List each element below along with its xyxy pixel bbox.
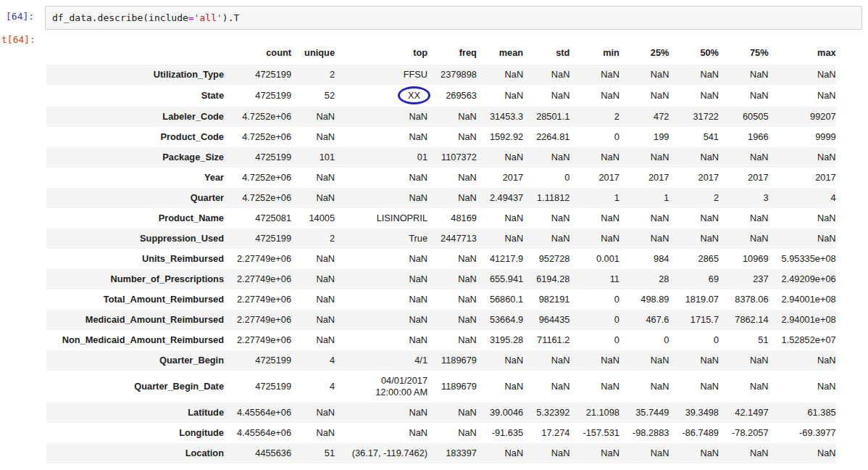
table-cell: 3195.28 [477,330,523,350]
table-cell: NaN [669,85,719,107]
table-cell: NaN [291,269,335,289]
table-cell: 4725199 [224,371,291,403]
table-cell: NaN [427,403,477,423]
table-cell: 51 [291,443,335,463]
table-cell: 4725199 [224,463,291,470]
table-cell: NaN [427,310,477,330]
table-cell: 71161.2 [523,330,569,350]
table-cell: 01 [335,147,427,168]
table-cell: NaN [719,85,769,107]
table-cell: 2447713 [427,228,477,249]
table-cell: 964435 [523,310,569,330]
table-row: NDC47251994265700169633910364NaNNaNNaNNa… [46,463,836,470]
table-cell: 2.27749e+06 [224,269,291,289]
table-cell: NaN [335,107,427,127]
table-cell: 0 [569,310,619,330]
row-label: NDC [46,463,224,470]
table-cell: 2 [669,188,719,208]
table-row: Quarter_Begin472519944/11189679NaNNaNNaN… [46,350,836,371]
table-cell: 2.94001e+08 [769,310,836,330]
table-cell: 04/01/2017 12:00:00 AM [335,371,427,403]
table-cell: 11 [569,269,619,289]
table-cell: 31722 [669,107,719,127]
table-cell: NaN [523,65,569,85]
table-cell: NaN [427,249,477,269]
table-cell: NaN [569,463,619,470]
table-cell: 60505 [719,107,769,127]
column-header: count [224,43,291,65]
table-cell: 0 [669,330,719,350]
table-cell: NaN [719,443,769,463]
table-cell: 984 [619,249,669,269]
table-cell: NaN [769,85,836,107]
table-cell: 41217.9 [477,249,523,269]
table-cell: 4725199 [224,228,291,249]
table-cell: NaN [335,269,427,289]
table-cell: NaN [523,371,569,403]
table-cell: 10969 [719,249,769,269]
table-cell: NaN [569,371,619,403]
table-cell: 1715.7 [669,310,719,330]
table-cell: 2.27749e+06 [224,289,291,310]
table-cell: NaN [335,188,427,208]
table-cell: 2379898 [427,65,477,85]
column-header: mean [477,43,523,65]
row-label: Package_Size [46,147,224,168]
table-cell: NaN [477,228,523,249]
table-cell: NaN [769,65,836,85]
table-cell: 4725199 [224,350,291,371]
table-cell: NaN [719,371,769,403]
table-cell: NaN [427,423,477,443]
row-label: Total_Amount_Reimbursed [46,289,224,310]
table-cell: NaN [619,85,669,107]
table-cell: NaN [477,443,523,463]
table-cell: NaN [291,127,335,147]
table-cell: 1 [619,188,669,208]
table-cell: 199 [619,127,669,147]
table-cell: NaN [619,147,669,168]
row-label: Suppression_Used [46,228,224,249]
table-row: Medicaid_Amount_Reimbursed2.27749e+06NaN… [46,310,836,330]
row-label: State [46,85,224,107]
column-header: 75% [719,43,769,65]
table-row: Non_Medicaid_Amount_Reimbursed2.27749e+0… [46,330,836,350]
table-cell: 6194.28 [523,269,569,289]
table-row: Number_of_Prescriptions2.27749e+06NaNNaN… [46,269,836,289]
table-cell: 2017 [619,168,669,188]
table-row: Latitude4.45564e+06NaNNaNNaN39.00465.323… [46,403,836,423]
table-cell: NaN [719,208,769,228]
dataframe-table: countuniquetopfreqmeanstdmin25%50%75%max… [46,43,836,470]
table-cell: 5.95335e+08 [769,249,836,269]
table-cell: 1819.07 [669,289,719,310]
table-cell: 541 [669,127,719,147]
table-cell: NaN [477,463,523,470]
table-cell: 982191 [523,289,569,310]
table-cell: NaN [619,371,669,403]
code-editor[interactable]: df_data.describe(include='all').T [45,6,862,30]
table-cell: 4.7252e+06 [224,127,291,147]
table-cell: 655.941 [477,269,523,289]
row-label: Year [46,168,224,188]
table-cell: NaN [291,107,335,127]
table-cell: -69.3977 [769,423,836,443]
table-cell: NaN [523,147,569,168]
table-cell: 42.1497 [719,403,769,423]
table-cell: NaN [523,228,569,249]
table-row: Longitude4.45564e+06NaNNaNNaN-91.63517.2… [46,423,836,443]
table-cell: 4 [291,350,335,371]
table-row: State472519952XX269563NaNNaNNaNNaNNaNNaN… [46,85,836,107]
table-cell: XX [335,85,427,107]
row-label: Labeler_Code [46,107,224,127]
table-cell: 237 [719,269,769,289]
table-row: Labeler_Code4.7252e+06NaNNaNNaN31453.328… [46,107,836,127]
row-label: Units_Reimbursed [46,249,224,269]
code-token-string: 'all' [194,12,222,23]
table-row: Quarter_Begin_Date4725199404/01/2017 12:… [46,371,836,403]
table-cell: 42657 [291,463,335,470]
row-label: Utilization_Type [46,65,224,85]
table-cell: 4455636 [224,443,291,463]
table-row: Units_Reimbursed2.27749e+06NaNNaNNaN4121… [46,249,836,269]
table-cell: (36.17, -119.7462) [335,443,427,463]
table-cell: 4725199 [224,147,291,168]
table-cell: 4 [291,371,335,403]
